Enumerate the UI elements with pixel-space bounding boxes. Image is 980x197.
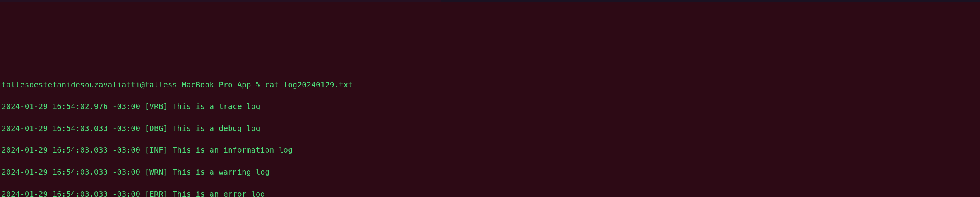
log-ts: 2024-01-29 16:54:03.033 -03:00 bbox=[2, 190, 140, 197]
log-msg: This is a debug log bbox=[173, 124, 260, 133]
log-line: 2024-01-29 16:54:02.976 -03:00 [VRB] Thi… bbox=[2, 101, 978, 112]
log-ts: 2024-01-29 16:54:03.033 -03:00 bbox=[2, 168, 140, 177]
prompt-symbol: % bbox=[256, 80, 260, 89]
prompt-dir: App bbox=[237, 80, 251, 89]
terminal-output[interactable]: tallesdestefanidesouzavaliatti@talless-M… bbox=[2, 80, 978, 197]
prompt-line: tallesdestefanidesouzavaliatti@talless-M… bbox=[2, 80, 978, 90]
log-level: [ERR] bbox=[145, 190, 168, 197]
log-line: 2024-01-29 16:54:03.033 -03:00 [INF] Thi… bbox=[2, 145, 978, 156]
prompt-host: talless-MacBook-Pro bbox=[145, 80, 233, 89]
log-msg: This is an error log bbox=[173, 190, 265, 197]
log-line: 2024-01-29 16:54:03.033 -03:00 [ERR] Thi… bbox=[2, 189, 978, 197]
log-msg: This is an information log bbox=[173, 146, 293, 155]
log-msg: This is a trace log bbox=[173, 102, 260, 111]
window-top-bar-segment bbox=[441, 0, 980, 2]
log-ts: 2024-01-29 16:54:02.976 -03:00 bbox=[2, 102, 140, 111]
log-level: [VRB] bbox=[145, 102, 168, 111]
log-level: [INF] bbox=[145, 146, 168, 155]
log-ts: 2024-01-29 16:54:03.033 -03:00 bbox=[2, 124, 140, 133]
prompt-user: tallesdestefanidesouzavaliatti bbox=[2, 80, 140, 89]
log-line: 2024-01-29 16:54:03.033 -03:00 [DBG] Thi… bbox=[2, 123, 978, 134]
log-level: [WRN] bbox=[145, 168, 168, 177]
log-line: 2024-01-29 16:54:03.033 -03:00 [WRN] Thi… bbox=[2, 167, 978, 178]
log-level: [DBG] bbox=[145, 124, 168, 133]
prompt-command: cat log20240129.txt bbox=[265, 80, 353, 89]
log-ts: 2024-01-29 16:54:03.033 -03:00 bbox=[2, 146, 140, 155]
log-msg: This is a warning log bbox=[173, 168, 270, 177]
